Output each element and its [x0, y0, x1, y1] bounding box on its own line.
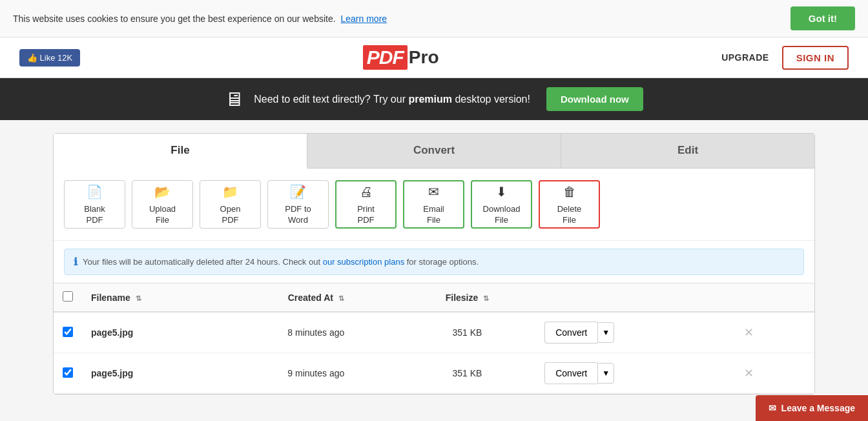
header: 👍 Like 12K PDF Pro UPGRADE SIGN IN: [0, 37, 868, 78]
row-convert-cell-0: Convert ▼: [535, 312, 730, 353]
cookie-got-it-button[interactable]: Got it!: [790, 6, 855, 30]
table-header-row: Filename ⇅ Created At ⇅ Filesize ⇅: [54, 283, 814, 313]
row-checkbox-1[interactable]: [63, 367, 73, 378]
promo-text-before: Need to edit text directly? Try our: [254, 94, 408, 105]
print-pdf-label: PrintPDF: [357, 204, 375, 226]
download-icon: ⬇: [496, 183, 507, 200]
blank-pdf-label: BlankPDF: [84, 204, 105, 226]
print-icon: 🖨: [360, 183, 373, 200]
delete-file-label: DeleteFile: [557, 204, 582, 226]
open-pdf-button[interactable]: 📁 OpenPDF: [200, 180, 261, 229]
created-at-sort-icon: ⇅: [338, 294, 344, 302]
row-filename-0: page5.jpg: [82, 312, 233, 353]
col-checkbox: [54, 283, 82, 313]
tab-convert[interactable]: Convert: [307, 134, 561, 168]
convert-dropdown-0[interactable]: ▼: [597, 322, 614, 343]
email-file-button[interactable]: ✉ EmailFile: [403, 180, 464, 229]
row-delete-button-1[interactable]: ✕: [739, 364, 759, 383]
cookie-message: This website uses cookies to ensure you …: [13, 14, 336, 24]
email-icon: ✉: [428, 183, 439, 200]
file-table: Filename ⇅ Created At ⇅ Filesize ⇅ p: [54, 283, 814, 394]
info-bar: ℹ Your files will be automatically delet…: [64, 249, 804, 275]
open-pdf-label: OpenPDF: [220, 204, 241, 226]
upload-icon: 📂: [154, 183, 170, 200]
col-actions-header: [535, 283, 730, 313]
cookie-text: This website uses cookies to ensure you …: [13, 14, 387, 24]
table-row: page5.jpg 9 minutes ago 351 KB Convert ▼…: [54, 353, 814, 394]
row-checkbox-cell: [54, 312, 82, 353]
row-filename-1: page5.jpg: [82, 353, 233, 394]
pdf-to-word-label: PDF toWord: [285, 204, 311, 226]
row-delete-cell-1: ✕: [730, 353, 814, 394]
col-delete-header: [730, 283, 814, 313]
main-content: File Convert Edit 📄 BlankPDF 📂 UploadFil…: [53, 133, 815, 395]
monitor-icon: 🖥: [225, 88, 244, 110]
promo-text: Need to edit text directly? Try our prem…: [254, 94, 530, 105]
cookie-banner: This website uses cookies to ensure you …: [0, 0, 868, 37]
row-delete-button-0[interactable]: ✕: [739, 323, 759, 342]
promo-text-after: desktop version!: [452, 94, 530, 105]
info-icon: ℹ: [74, 256, 78, 268]
leave-message-button[interactable]: ✉ Leave a Message: [756, 395, 868, 407]
pdf-to-word-button[interactable]: 📝 PDF toWord: [267, 180, 329, 229]
trash-icon: 🗑: [563, 183, 576, 200]
message-icon: ✉: [769, 403, 776, 407]
info-text: Your files will be automatically deleted…: [83, 257, 479, 267]
email-file-label: EmailFile: [423, 204, 444, 226]
row-created-at-1: 9 minutes ago: [233, 353, 399, 394]
row-created-at-0: 8 minutes ago: [233, 312, 399, 353]
download-file-button[interactable]: ⬇ DownloadFile: [471, 180, 532, 229]
delete-file-button[interactable]: 🗑 DeleteFile: [539, 180, 600, 229]
print-pdf-button[interactable]: 🖨 PrintPDF: [335, 180, 397, 229]
row-convert-cell-1: Convert ▼: [535, 353, 730, 394]
select-all-checkbox[interactable]: [63, 291, 73, 302]
open-pdf-icon: 📁: [222, 183, 238, 200]
convert-button-1[interactable]: Convert: [544, 362, 597, 384]
download-file-label: DownloadFile: [483, 204, 521, 226]
logo-pdf: PDF: [363, 45, 408, 70]
pdf-to-word-icon: 📝: [290, 183, 306, 200]
row-filesize-0: 351 KB: [399, 312, 536, 353]
upgrade-link[interactable]: UPGRADE: [721, 52, 769, 63]
row-filesize-1: 351 KB: [399, 353, 536, 394]
row-checkbox-cell: [54, 353, 82, 394]
col-created-at-header[interactable]: Created At ⇅: [233, 283, 399, 313]
cookie-learn-more-link[interactable]: Learn more: [341, 14, 388, 24]
promo-banner: 🖥 Need to edit text directly? Try our pr…: [0, 78, 868, 120]
tabs: File Convert Edit: [54, 134, 814, 169]
download-now-button[interactable]: Download now: [546, 87, 643, 111]
logo-pro: Pro: [409, 47, 439, 68]
filename-sort-icon: ⇅: [136, 294, 141, 302]
convert-dropdown-1[interactable]: ▼: [597, 363, 614, 384]
row-delete-cell-0: ✕: [730, 312, 814, 353]
leave-message-label: Leave a Message: [781, 403, 855, 407]
col-filename-header[interactable]: Filename ⇅: [82, 283, 233, 313]
promo-bold-text: premium: [408, 94, 452, 105]
filesize-sort-icon: ⇅: [483, 294, 489, 302]
tab-edit[interactable]: Edit: [561, 134, 814, 168]
table-row: page5.jpg 8 minutes ago 351 KB Convert ▼…: [54, 312, 814, 353]
facebook-like-button[interactable]: 👍 Like 12K: [19, 49, 80, 67]
header-right: UPGRADE SIGN IN: [721, 46, 849, 70]
toolbar: 📄 BlankPDF 📂 UploadFile 📁 OpenPDF 📝 PDF …: [54, 169, 814, 241]
sign-in-button[interactable]: SIGN IN: [782, 46, 849, 70]
col-filesize-header[interactable]: Filesize ⇅: [399, 283, 536, 313]
row-checkbox-0[interactable]: [63, 327, 73, 337]
subscription-plans-link[interactable]: our subscription plans: [323, 257, 404, 267]
blank-pdf-icon: 📄: [87, 183, 103, 200]
blank-pdf-button[interactable]: 📄 BlankPDF: [64, 180, 125, 229]
tab-file[interactable]: File: [54, 134, 307, 169]
upload-file-label: UploadFile: [149, 204, 176, 226]
upload-file-button[interactable]: 📂 UploadFile: [132, 180, 193, 229]
logo: PDF Pro: [363, 45, 439, 70]
convert-button-0[interactable]: Convert: [544, 322, 597, 344]
